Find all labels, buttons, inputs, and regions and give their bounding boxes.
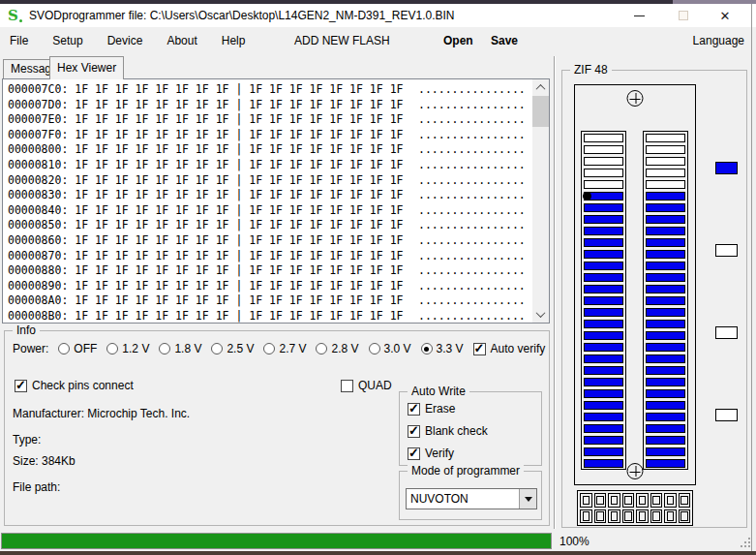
connector-pin-inner bbox=[680, 511, 688, 521]
power-radio-3-0-v[interactable]: 3.0 V bbox=[369, 342, 411, 355]
quad-checkbox[interactable]: QUAD bbox=[341, 379, 392, 392]
zif-pin-slot bbox=[584, 180, 623, 189]
menu-add-new-flash[interactable]: ADD NEW FLASH bbox=[294, 27, 390, 55]
connector-pin-inner bbox=[583, 511, 590, 521]
tab-hex-viewer[interactable]: Hex Viewer bbox=[49, 56, 124, 79]
connector-pin-inner bbox=[624, 496, 632, 506]
hex-bytes: 00000850: 1F 1F 1F 1F 1F 1F 1F 1F | 1F 1… bbox=[8, 218, 404, 231]
power-radio-off[interactable]: OFF bbox=[58, 342, 97, 355]
zif-pin-slot bbox=[646, 424, 685, 433]
hex-row: 00000820: 1F 1F 1F 1F 1F 1F 1F 1F | 1F 1… bbox=[8, 173, 532, 189]
socket-marker bbox=[715, 162, 738, 174]
power-radio-3-3-v[interactable]: 3.3 V bbox=[421, 342, 464, 355]
app-window: S SVODprogrammer file: C:\Users\Oscar\De… bbox=[0, 0, 756, 555]
zif-pin-slot bbox=[584, 459, 623, 468]
close-button[interactable]: ✕ bbox=[710, 4, 741, 27]
hex-row: 000007F0: 1F 1F 1F 1F 1F 1F 1F 1F | 1F 1… bbox=[8, 128, 532, 143]
zif-pin-slot bbox=[646, 296, 685, 305]
radio-label: 3.3 V bbox=[437, 342, 464, 355]
menu-language[interactable]: Language bbox=[693, 27, 744, 55]
zif-pin-slot bbox=[584, 331, 623, 340]
hex-bytes: 000008B0: 1F 1F 1F 1F 1F 1F 1F 1F | 1F 1… bbox=[8, 309, 404, 323]
menu-open[interactable]: Open bbox=[443, 27, 473, 55]
checkbox-label: Verify bbox=[425, 447, 454, 460]
connector-pin-inner bbox=[596, 511, 604, 521]
verify-checkbox[interactable]: Verify bbox=[408, 447, 488, 460]
menu-setup[interactable]: Setup bbox=[52, 27, 82, 55]
check-pins-connect-checkbox[interactable]: Check pins connect bbox=[15, 379, 134, 392]
panel-divider bbox=[554, 56, 556, 529]
power-radio-1-2-v[interactable]: 1.2 V bbox=[106, 342, 149, 355]
connector-pin bbox=[650, 509, 663, 524]
zif-pin-slot bbox=[584, 262, 623, 270]
menu-help[interactable]: Help bbox=[222, 27, 246, 55]
connector-pin bbox=[622, 509, 635, 524]
scroll-up-button[interactable] bbox=[532, 79, 549, 96]
radio-circle bbox=[316, 343, 327, 355]
hex-row: 000007D0: 1F 1F 1F 1F 1F 1F 1F 1F | 1F 1… bbox=[8, 98, 532, 113]
connector-pin-inner bbox=[611, 496, 619, 506]
connector-pin bbox=[580, 509, 592, 524]
connector-pin bbox=[608, 509, 620, 524]
power-radio-2-7-v[interactable]: 2.7 V bbox=[263, 342, 306, 355]
tab-bar: MessageHex Viewer bbox=[0, 55, 552, 78]
blank-check-checkbox[interactable]: Blank check bbox=[408, 424, 488, 438]
window-right-edge bbox=[751, 4, 752, 551]
zif-pin-slot bbox=[584, 424, 623, 433]
zif-pin-slot bbox=[584, 250, 623, 259]
hex-ascii: ................ bbox=[418, 249, 526, 264]
hex-row: 00000890: 1F 1F 1F 1F 1F 1F 1F 1F | 1F 1… bbox=[8, 279, 532, 294]
zif-socket bbox=[574, 84, 696, 485]
programmer-mode-combobox[interactable]: NUVOTON bbox=[406, 488, 537, 509]
zif-pin-slot bbox=[584, 134, 623, 142]
zif-pin-slot bbox=[584, 169, 623, 177]
hex-bytes: 00000800: 1F 1F 1F 1F 1F 1F 1F 1F | 1F 1… bbox=[8, 142, 404, 156]
info-group-label: Info bbox=[13, 324, 40, 337]
checkbox-box bbox=[408, 425, 420, 438]
menu-save[interactable]: Save bbox=[491, 27, 518, 55]
combobox-dropdown-button[interactable] bbox=[519, 489, 536, 509]
hex-ascii: ................ bbox=[418, 82, 526, 98]
maximize-button[interactable] bbox=[668, 4, 699, 27]
mode-group-label: Mode of programmer bbox=[408, 464, 524, 478]
connector-pin bbox=[664, 493, 677, 508]
dropdown-arrow-icon bbox=[525, 497, 532, 502]
zif-pin-slot bbox=[584, 366, 623, 375]
hex-scrollbar[interactable] bbox=[532, 79, 549, 323]
scrollbar-thumb[interactable] bbox=[532, 96, 549, 127]
minimize-button[interactable] bbox=[623, 4, 654, 27]
hex-bytes: 00000840: 1F 1F 1F 1F 1F 1F 1F 1F | 1F 1… bbox=[8, 203, 404, 217]
power-radio-2-8-v[interactable]: 2.8 V bbox=[316, 342, 358, 355]
radio-label: 2.8 V bbox=[331, 342, 358, 355]
resize-grip-icon[interactable] bbox=[748, 545, 750, 547]
connector-pin-inner bbox=[667, 496, 675, 506]
zif-pin-slot bbox=[646, 331, 685, 340]
checkbox-label: Auto verify bbox=[491, 342, 546, 355]
auto-verify-checkbox[interactable]: Auto verify bbox=[473, 342, 546, 355]
hex-row: 000007C0: 1F 1F 1F 1F 1F 1F 1F 1F | 1F 1… bbox=[8, 82, 532, 98]
hex-rows: 000007C0: 1F 1F 1F 1F 1F 1F 1F 1F | 1F 1… bbox=[3, 79, 532, 323]
menu-file[interactable]: File bbox=[10, 27, 28, 55]
chevron-down-icon bbox=[536, 308, 546, 318]
menu-device[interactable]: Device bbox=[107, 27, 143, 55]
menu-about[interactable]: About bbox=[166, 27, 197, 55]
scroll-down-button[interactable] bbox=[532, 306, 549, 323]
erase-checkbox[interactable]: Erase bbox=[408, 402, 488, 416]
hex-bytes: 00000890: 1F 1F 1F 1F 1F 1F 1F 1F | 1F 1… bbox=[8, 279, 404, 293]
zif-pin-slot bbox=[646, 413, 685, 421]
type-text: Type: bbox=[13, 433, 41, 447]
hex-row: 00000860: 1F 1F 1F 1F 1F 1F 1F 1F | 1F 1… bbox=[8, 233, 532, 249]
hex-ascii: ................ bbox=[418, 203, 526, 219]
zif-pin-slot bbox=[646, 366, 685, 375]
zif-pin-slot bbox=[584, 401, 623, 410]
connector-pin bbox=[679, 493, 691, 508]
zif-pin-slot bbox=[584, 227, 623, 235]
connector-pin-inner bbox=[652, 511, 660, 521]
radio-label: 1.8 V bbox=[174, 342, 201, 355]
background-window-bottom-edge bbox=[0, 551, 756, 555]
power-radio-2-5-v[interactable]: 2.5 V bbox=[211, 342, 254, 355]
socket-screw-icon bbox=[627, 463, 644, 479]
power-radio-1-8-v[interactable]: 1.8 V bbox=[159, 342, 201, 355]
auto-write-options: EraseBlank checkVerify bbox=[408, 402, 488, 460]
hex-bytes: 00000830: 1F 1F 1F 1F 1F 1F 1F 1F | 1F 1… bbox=[8, 188, 404, 201]
